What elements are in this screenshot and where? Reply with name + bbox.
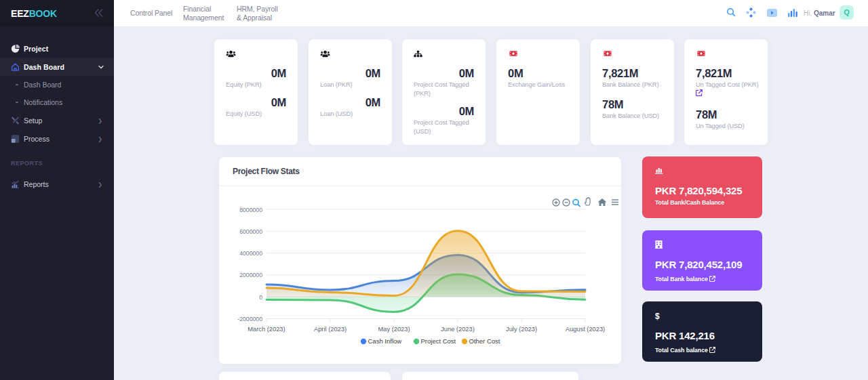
svg-text:Project Cost: Project Cost [421, 337, 456, 345]
svg-text:May (2023): May (2023) [378, 326, 410, 333]
svg-text:June (2023): June (2023) [441, 326, 475, 333]
svg-text:8000000: 8000000 [239, 207, 262, 213]
svg-text:March (2023): March (2023) [248, 326, 285, 333]
svg-text:6000000: 6000000 [239, 228, 262, 235]
svg-text:July (2023): July (2023) [506, 326, 537, 333]
svg-text:Other Cost: Other Cost [469, 337, 500, 345]
svg-text:April (2023): April (2023) [314, 326, 347, 333]
svg-text:4000000: 4000000 [239, 250, 262, 257]
svg-text:August (2023): August (2023) [566, 326, 605, 333]
svg-text:Cash Inflow: Cash Inflow [368, 337, 402, 345]
svg-text:2000000: 2000000 [239, 272, 262, 278]
svg-text:-2000000: -2000000 [237, 316, 262, 322]
svg-text:0: 0 [259, 294, 262, 301]
